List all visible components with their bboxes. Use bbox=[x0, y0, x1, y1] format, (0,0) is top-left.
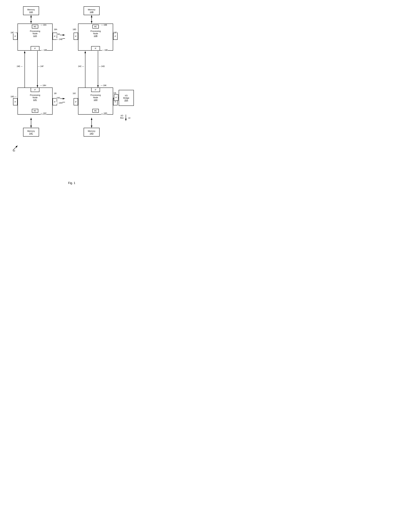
node-12b-label: ProcessingNode12B bbox=[91, 30, 101, 37]
svg-marker-27 bbox=[91, 126, 92, 127]
mc-block-16a: MC bbox=[32, 25, 38, 28]
if-block-18b: IF bbox=[31, 46, 39, 51]
processing-node-12d: IF ProcessingNode12D IF IF MC bbox=[78, 88, 113, 114]
if-block-18h: IF bbox=[31, 88, 39, 92]
label-18l: 18L bbox=[113, 92, 117, 94]
label-18h: — 18H bbox=[40, 84, 46, 87]
memory-14a: Memory14A bbox=[23, 6, 39, 15]
svg-marker-4 bbox=[91, 21, 92, 23]
label-16a: — 16A bbox=[41, 24, 46, 26]
label-24d: — 24D bbox=[99, 65, 105, 68]
mc-block-16c: MC bbox=[32, 109, 38, 113]
svg-marker-11 bbox=[37, 85, 38, 87]
io-bus-label: I/OBus bbox=[120, 114, 124, 119]
node-12c-label: ProcessingNode12C bbox=[30, 94, 40, 101]
label-18k: — 18K bbox=[101, 84, 107, 87]
io-bus-ref: 22 bbox=[128, 117, 130, 119]
node-12d-label: ProcessingNode12D bbox=[91, 94, 101, 101]
diagram-container: Memory14A Memory14B MC ProcessingNode12A… bbox=[0, 3, 143, 178]
label-24a: 24A bbox=[57, 33, 60, 35]
memory-14b: Memory14B bbox=[84, 6, 100, 15]
label-18g: 18G — bbox=[11, 95, 17, 98]
memory-14a-label: Memory14A bbox=[27, 8, 35, 13]
node-12a-label: ProcessingNode12A bbox=[30, 30, 40, 37]
system-arrow bbox=[11, 145, 19, 151]
svg-marker-7 bbox=[63, 34, 65, 36]
label-18i: 18I bbox=[54, 92, 57, 95]
processing-node-12a: MC ProcessingNode12A IF IF IF bbox=[18, 24, 52, 51]
processing-node-12c: IF ProcessingNode12C IF IF MC bbox=[18, 88, 52, 114]
if-block-io-bridge-left: IF bbox=[114, 94, 118, 101]
label-24c: 24C — bbox=[78, 65, 84, 68]
mc-block-16d: MC bbox=[92, 109, 99, 113]
svg-marker-15 bbox=[97, 85, 99, 87]
io-bus-area: I/OBus bbox=[120, 114, 124, 119]
label-18f: 18F bbox=[113, 32, 117, 34]
processing-node-12b: MC ProcessingNode12B IF IF IF bbox=[78, 24, 113, 51]
memory-14c-label: Memory14C bbox=[27, 130, 35, 135]
label-16d: — 16D bbox=[101, 112, 107, 114]
if-block-18g: IF bbox=[13, 98, 18, 105]
if-block-18j: IF bbox=[74, 98, 78, 105]
label-16b: — 16B bbox=[101, 24, 107, 26]
memory-14c: Memory14C bbox=[23, 128, 39, 137]
system-label-10: 10 bbox=[13, 150, 15, 152]
label-18j: 18J bbox=[73, 92, 76, 95]
if-block-18a: IF bbox=[52, 33, 57, 40]
if-block-18e: IF bbox=[91, 46, 100, 51]
svg-marker-13 bbox=[24, 51, 26, 53]
svg-marker-31 bbox=[125, 119, 127, 121]
svg-marker-17 bbox=[85, 51, 86, 53]
label-16c: — 16C bbox=[41, 112, 46, 114]
figure-caption: Fig. 1 bbox=[0, 181, 143, 185]
label-24g: 24G bbox=[57, 97, 60, 99]
if-block-18i: IF bbox=[52, 98, 57, 105]
svg-marker-1 bbox=[30, 21, 32, 23]
if-block-18k: IF bbox=[91, 88, 100, 92]
svg-marker-26 bbox=[91, 118, 92, 120]
label-18d: 18D bbox=[73, 28, 76, 31]
svg-marker-19 bbox=[63, 98, 65, 100]
svg-marker-5 bbox=[91, 15, 92, 17]
io-bridge-20a: I/OBridge20A bbox=[119, 90, 134, 106]
memory-14d: Memory14D bbox=[84, 128, 100, 137]
label-24f: — 24F bbox=[38, 65, 44, 68]
label-18e: — 18E bbox=[102, 49, 108, 51]
label-24b: — 24B bbox=[57, 38, 62, 40]
label-24e: 24E — bbox=[17, 65, 23, 68]
label-18a: 18A bbox=[54, 28, 57, 31]
memory-14d-label: Memory14D bbox=[88, 130, 95, 135]
label-18b: — 18B bbox=[41, 49, 47, 51]
memory-14b-label: Memory14B bbox=[88, 8, 95, 13]
svg-marker-23 bbox=[30, 118, 32, 120]
io-bridge-label: I/OBridge20A bbox=[123, 94, 129, 101]
fig-label: Fig. 1 bbox=[68, 181, 75, 185]
svg-marker-2 bbox=[30, 15, 32, 17]
label-18c: 18C — bbox=[11, 32, 16, 34]
label-24h: — 24H bbox=[57, 102, 62, 104]
if-block-18d: IF bbox=[74, 33, 78, 40]
mc-block-16b: MC bbox=[92, 25, 99, 28]
svg-marker-24 bbox=[30, 126, 32, 127]
